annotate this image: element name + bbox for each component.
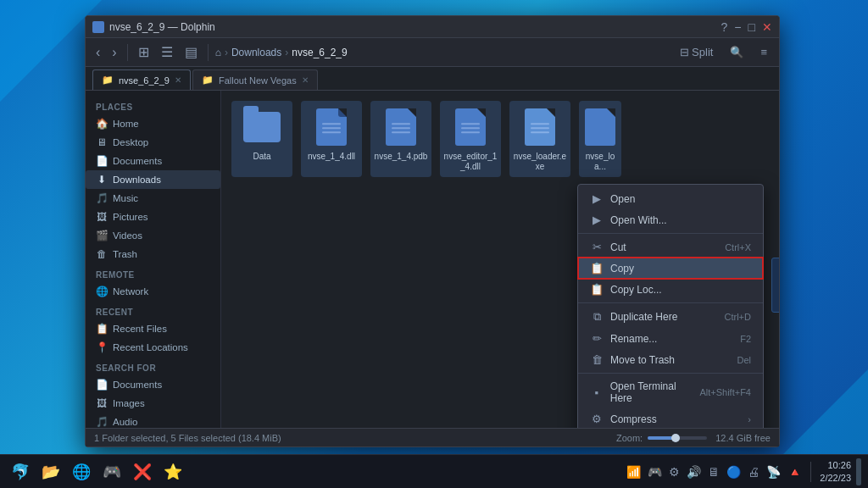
menu-label-copy-loc: Copy Loc... xyxy=(610,284,662,296)
menu-item-compress[interactable]: ⚙ Compress › xyxy=(578,408,763,428)
tab-fallout-label: Fallout New Vegas xyxy=(219,75,297,86)
menu-item-trash[interactable]: 🗑 Move to Trash Del xyxy=(578,349,763,370)
zoom-slider[interactable] xyxy=(648,436,707,440)
sidebar-item-recent-locations[interactable]: 📍 Recent Locations xyxy=(86,338,220,357)
file-item-pdb[interactable]: nvse_1_4.pdb xyxy=(370,101,431,177)
taskbar-app-steam[interactable]: 🎮 xyxy=(98,458,125,485)
taskbar-app-browser[interactable]: 🌐 xyxy=(68,458,95,485)
duplicate-shortcut: Ctrl+D xyxy=(725,312,751,322)
sidebar-label-recent-files: Recent Files xyxy=(113,324,167,334)
menu-item-duplicate-left: ⧉ Duplicate Here xyxy=(590,310,677,324)
tray-volume-icon[interactable]: 🔊 xyxy=(687,465,701,479)
sidebar-item-search-audio[interactable]: 🎵 Audio xyxy=(86,413,220,428)
file-item-loader-exe[interactable]: nvse_loader.exe xyxy=(509,101,570,177)
menu-label-compress: Compress xyxy=(610,413,657,425)
sidebar-item-search-images[interactable]: 🖼 Images xyxy=(86,394,220,413)
file-item-data[interactable]: Data xyxy=(231,101,292,177)
taskbar-clock: 10:26 2/22/23 xyxy=(820,459,851,484)
menu-label-rename: Rename... xyxy=(610,333,657,345)
menu-item-open[interactable]: ▶ Open xyxy=(578,188,763,209)
menu-button[interactable]: ≡ xyxy=(755,44,772,60)
tray-steam-icon[interactable]: 🎮 xyxy=(648,465,662,479)
menu-label-cut: Cut xyxy=(610,241,626,253)
file-icon-editor-dll xyxy=(452,106,489,148)
tray-network-icon[interactable]: 📡 xyxy=(766,465,781,479)
view-icons-button[interactable]: ⊞ xyxy=(135,42,153,62)
sidebar-item-search-docs[interactable]: 📄 Documents xyxy=(86,375,220,394)
tab-fallout-close[interactable]: ✕ xyxy=(302,75,309,85)
taskbar-app-extra1[interactable]: ❌ xyxy=(129,458,156,485)
split-button[interactable]: ⊟ Split xyxy=(675,44,719,60)
menu-item-compress-left: ⚙ Compress xyxy=(590,413,657,425)
tray-settings-icon[interactable]: ⚙ xyxy=(669,465,680,479)
breadcrumb-home[interactable]: ⌂ xyxy=(215,47,221,58)
statusbar-free-space: 12.4 GiB free xyxy=(715,433,771,443)
compress-arrow: › xyxy=(748,414,751,424)
sidebar-item-home[interactable]: 🏠 Home xyxy=(86,114,220,133)
tray-display-icon[interactable]: 🖥 xyxy=(708,465,720,479)
desktop-icon: 🖥 xyxy=(96,136,108,148)
sidebar-item-music[interactable]: 🎵 Music xyxy=(86,189,220,208)
sidebar-item-network[interactable]: 🌐 Network xyxy=(86,282,220,301)
maximize-button[interactable]: □ xyxy=(748,21,755,33)
menu-item-duplicate[interactable]: ⧉ Duplicate Here Ctrl+D xyxy=(578,306,763,328)
back-button[interactable]: ‹ xyxy=(92,43,103,62)
pictures-icon: 🖼 xyxy=(96,211,108,223)
downloads-icon: ⬇ xyxy=(96,174,108,186)
music-icon: 🎵 xyxy=(96,192,108,204)
tab-fallout[interactable]: 📁 Fallout New Vegas ✕ xyxy=(192,69,318,90)
menu-label-terminal: Open Terminal Here xyxy=(610,380,700,404)
sidebar-item-desktop[interactable]: 🖥 Desktop xyxy=(86,133,220,152)
sidebar-item-pictures[interactable]: 🖼 Pictures xyxy=(86,208,220,226)
file-name-editor-dll: nvse_editor_1_4.dll xyxy=(443,152,498,172)
taskbar-tray: 📶 🎮 ⚙ 🔊 🖥 🔵 🖨 📡 🔺 xyxy=(626,465,802,479)
sidebar-item-videos[interactable]: 🎬 Videos xyxy=(86,226,220,245)
menu-item-terminal[interactable]: ▪ Open Terminal Here Alt+Shift+F4 xyxy=(578,376,763,408)
taskbar-app-extra2[interactable]: ⭐ xyxy=(159,458,186,485)
app-icon xyxy=(92,21,104,33)
forward-button[interactable]: › xyxy=(108,43,120,62)
trash-ctx-icon: 🗑 xyxy=(590,353,604,366)
file-name-dll1: nvse_1_4.dll xyxy=(308,152,355,162)
titlebar-left: nvse_6_2_9 — Dolphin xyxy=(92,21,215,33)
file-item-editor-dll[interactable]: nvse_editor_1_4.dll xyxy=(440,101,501,177)
menu-item-copy[interactable]: 📋 Copy Copy selection to clipboard Press… xyxy=(578,258,763,279)
tab-nvse-close[interactable]: ✕ xyxy=(175,75,181,85)
tray-print-icon[interactable]: 🖨 xyxy=(748,465,760,479)
open-with-icon: ▶ xyxy=(590,214,604,226)
view-details-button[interactable]: ▤ xyxy=(181,42,201,62)
sidebar-label-music: Music xyxy=(113,193,138,203)
menu-label-open-with: Open With... xyxy=(610,214,667,226)
sidebar-label-search-images: Images xyxy=(113,398,145,408)
tab-nvse[interactable]: 📁 nvse_6_2_9 ✕ xyxy=(92,69,191,90)
menu-item-open-left: ▶ Open xyxy=(590,192,635,205)
taskbar-app-dolphin[interactable]: 🐬 xyxy=(7,458,34,485)
menu-item-copy-loc[interactable]: 📋 Copy Loc... xyxy=(578,279,763,300)
show-desktop-button[interactable] xyxy=(856,458,861,485)
sidebar-item-downloads[interactable]: ⬇ Downloads xyxy=(86,170,220,189)
file-item-partial[interactable]: nvse_loa... xyxy=(579,101,621,177)
file-item-dll1[interactable]: nvse_1_4.dll xyxy=(301,101,362,177)
rename-shortcut: F2 xyxy=(740,334,751,344)
help-button[interactable]: ? xyxy=(721,21,728,33)
taskbar-app-files[interactable]: 📂 xyxy=(37,458,64,485)
network-icon: 🌐 xyxy=(96,286,108,297)
tray-arrow-icon[interactable]: 🔺 xyxy=(787,465,802,479)
view-list-button[interactable]: ☰ xyxy=(158,42,176,62)
tray-bluetooth-icon[interactable]: 🔵 xyxy=(726,465,741,479)
tray-wifi-icon[interactable]: 📶 xyxy=(626,465,641,479)
sidebar-item-documents[interactable]: 📄 Documents xyxy=(86,152,220,170)
statusbar-selection-text: 1 Folder selected, 5 Files selected (18.… xyxy=(94,433,281,443)
search-button[interactable]: 🔍 xyxy=(725,44,748,60)
menu-item-open-with[interactable]: ▶ Open With... xyxy=(578,209,763,230)
sidebar-item-trash[interactable]: 🗑 Trash xyxy=(86,245,220,263)
menu-item-cut[interactable]: ✂ Cut Ctrl+X xyxy=(578,236,763,258)
minimize-button[interactable]: − xyxy=(734,21,741,33)
menu-item-rename[interactable]: ✏ Rename... F2 xyxy=(578,328,763,349)
close-button[interactable]: ✕ xyxy=(762,21,772,33)
sidebar-item-recent-files[interactable]: 📋 Recent Files xyxy=(86,319,220,338)
statusbar: 1 Folder selected, 5 Files selected (18.… xyxy=(86,428,779,446)
tab-folder-icon: 📁 xyxy=(102,75,114,86)
breadcrumb-downloads[interactable]: Downloads xyxy=(231,47,281,58)
zoom-slider-fill xyxy=(648,436,673,440)
